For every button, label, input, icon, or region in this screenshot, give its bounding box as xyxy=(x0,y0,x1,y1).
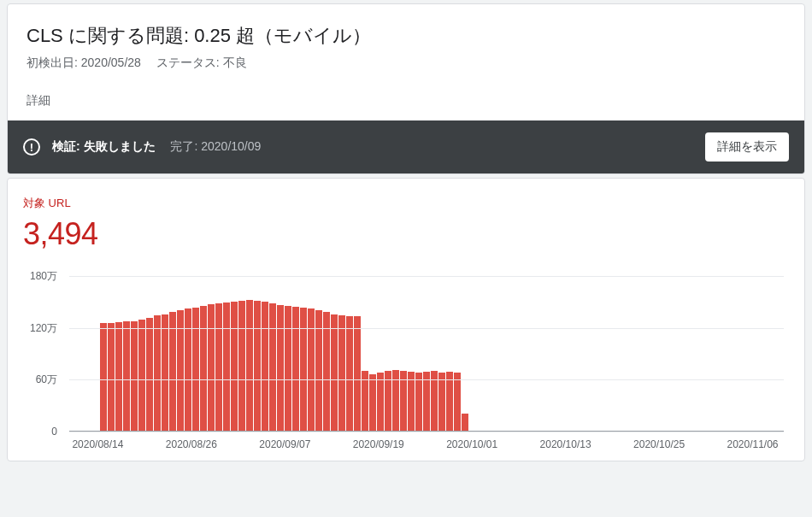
completed-value: 2020/10/09 xyxy=(201,139,261,153)
bar xyxy=(231,302,238,432)
y-tick-label: 120万 xyxy=(30,320,57,335)
issue-header-card: CLS に関する問題: 0.25 超（モバイル） 初検出日: 2020/05/2… xyxy=(7,3,805,174)
bar xyxy=(123,321,130,432)
gridline xyxy=(69,276,784,277)
kpi-value: 3,494 xyxy=(23,216,789,252)
bar xyxy=(115,322,122,432)
bar xyxy=(108,323,115,432)
bar xyxy=(354,316,361,432)
x-tick-label: 2020/09/07 xyxy=(259,438,310,450)
bar xyxy=(323,312,330,432)
validation-status-bar: ! 検証: 失敗しました 完了: 2020/10/09 詳細を表示 xyxy=(8,120,804,173)
details-link[interactable]: 詳細 xyxy=(26,93,786,109)
bar xyxy=(377,373,384,432)
first-detected: 初検出日: 2020/05/28 xyxy=(26,56,144,69)
bar xyxy=(423,372,430,432)
y-tick-label: 60万 xyxy=(36,373,57,387)
bar xyxy=(262,302,268,432)
bar xyxy=(454,373,461,432)
bar xyxy=(192,308,199,432)
x-tick-label: 2020/10/01 xyxy=(446,438,497,450)
bar xyxy=(300,308,307,432)
status: ステータス: 不良 xyxy=(156,56,247,69)
bars-container xyxy=(69,276,784,432)
chart-card: 対象 URL 3,494 060万120万180万 2020/08/142020… xyxy=(7,178,805,461)
first-detected-label: 初検出日: xyxy=(26,56,78,69)
status-label: ステータス: xyxy=(156,56,220,69)
bar xyxy=(315,310,322,432)
gridline xyxy=(69,328,784,329)
bar xyxy=(246,300,253,432)
y-tick-label: 0 xyxy=(51,426,57,438)
bar xyxy=(177,310,184,432)
bar xyxy=(338,315,345,432)
kpi-label: 対象 URL xyxy=(23,196,789,211)
bar xyxy=(162,314,168,432)
bar xyxy=(292,307,299,432)
bar xyxy=(200,306,207,432)
alert-icon: ! xyxy=(23,138,40,156)
bar xyxy=(277,305,284,432)
bar xyxy=(438,373,445,432)
bar xyxy=(254,301,261,432)
x-tick-label: 2020/10/25 xyxy=(633,438,685,450)
bar xyxy=(446,372,453,432)
x-axis: 2020/08/142020/08/262020/09/072020/09/19… xyxy=(69,435,784,455)
plot-area xyxy=(69,276,784,432)
validation-completed: 完了: 2020/10/09 xyxy=(170,139,261,153)
bar xyxy=(269,303,276,432)
x-tick-label: 2020/09/19 xyxy=(353,438,404,450)
bar xyxy=(346,316,353,432)
issue-title: CLS に関する問題: 0.25 超（モバイル） xyxy=(26,23,786,49)
issue-subtitle: 初検出日: 2020/05/28 ステータス: 不良 xyxy=(26,56,786,71)
gridline xyxy=(69,379,784,380)
bar xyxy=(169,312,176,432)
bar xyxy=(138,320,145,432)
validation-result: 失敗しました xyxy=(84,139,156,153)
bar xyxy=(285,306,291,432)
bar xyxy=(154,315,161,432)
bar xyxy=(215,303,222,432)
bar xyxy=(369,374,376,432)
y-axis: 060万120万180万 xyxy=(23,276,62,432)
x-tick-label: 2020/08/26 xyxy=(166,438,217,450)
gridline xyxy=(69,432,784,432)
y-tick-label: 180万 xyxy=(30,269,57,284)
completed-label: 完了: xyxy=(170,139,197,153)
x-tick-label: 2020/10/13 xyxy=(540,438,591,450)
x-tick-label: 2020/08/14 xyxy=(72,438,123,450)
validation-label: 検証: xyxy=(52,139,80,153)
bar xyxy=(415,373,422,432)
bar xyxy=(462,414,468,432)
bar xyxy=(238,301,245,432)
bar xyxy=(331,314,338,432)
bar xyxy=(408,372,415,432)
bar xyxy=(146,318,153,432)
x-tick-label: 2020/11/06 xyxy=(727,438,778,450)
bar xyxy=(208,304,215,432)
first-detected-value: 2020/05/28 xyxy=(81,56,141,69)
validation-text: 検証: 失敗しました 完了: 2020/10/09 xyxy=(52,139,261,155)
bar xyxy=(131,321,138,432)
show-details-button[interactable]: 詳細を表示 xyxy=(705,132,789,162)
status-value: 不良 xyxy=(223,56,247,69)
chart-area: 060万120万180万 2020/08/142020/08/262020/09… xyxy=(23,276,789,455)
bar xyxy=(100,323,107,432)
bar xyxy=(223,303,230,432)
